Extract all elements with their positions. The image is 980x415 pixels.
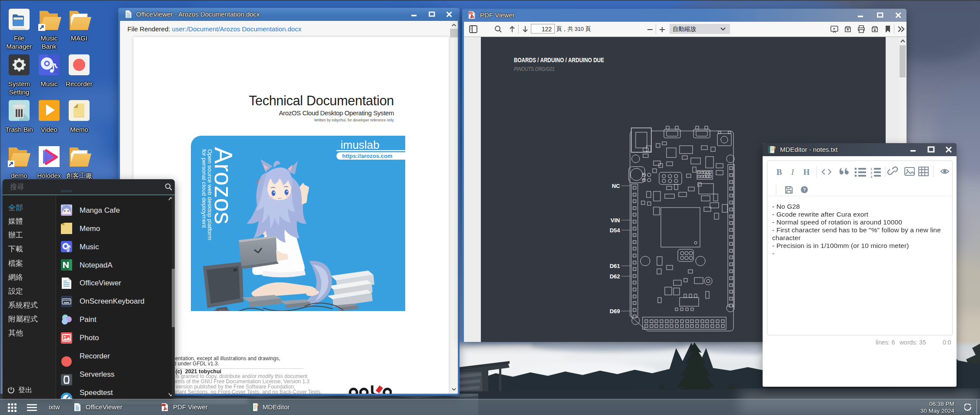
svg-text:NC: NC — [612, 183, 620, 189]
svg-text:https://arozos.com: https://arozos.com — [342, 153, 393, 159]
svg-text:2: 2 — [870, 171, 873, 175]
svg-text:1: 1 — [870, 167, 873, 171]
svg-text:D54: D54 — [610, 227, 620, 234]
svg-text:D62: D62 — [610, 273, 620, 280]
svg-text:H: H — [803, 167, 810, 177]
svg-text:?: ? — [803, 187, 806, 192]
svg-text:B: B — [777, 167, 782, 177]
svg-text:imuslab: imuslab — [340, 138, 380, 151]
svg-text:PDF: PDF — [469, 12, 473, 14]
svg-text:3: 3 — [870, 175, 873, 179]
svg-text:Arozos: Arozos — [210, 147, 237, 224]
svg-text:D61: D61 — [610, 263, 620, 269]
svg-text:VIN: VIN — [610, 217, 620, 224]
svg-text:for personal cloud deployment: for personal cloud deployment — [201, 149, 207, 228]
svg-text:I: I — [791, 167, 795, 177]
svg-text:D69: D69 — [610, 308, 620, 315]
